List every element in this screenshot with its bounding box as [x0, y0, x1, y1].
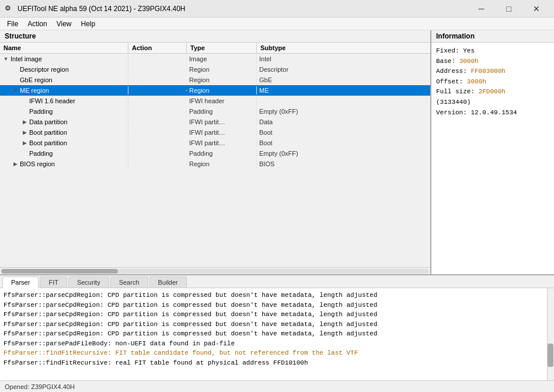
tab-fit[interactable]: FIT [40, 276, 67, 288]
tree-row[interactable]: Padding Padding Empty (0xFF) [0, 148, 430, 159]
tree-item-label: Intel image [11, 55, 42, 62]
horizontal-scrollbar[interactable] [0, 267, 430, 274]
tree-cell-type: Region [187, 86, 257, 94]
top-section: Structure Name Action Type Subtype ▼ Int… [0, 30, 554, 275]
tree-cell-type: Region [187, 65, 257, 74]
log-line: FfsParser::findFitRecursive: FIT table c… [4, 348, 550, 358]
log-line: FfsParser::parseCpdRegion: CPD partition… [4, 320, 550, 330]
log-scrollbar-thumb[interactable] [548, 344, 553, 367]
info-line: Base: 3000h [436, 57, 549, 67]
tree-row[interactable]: ▶ BIOS region Region BIOS [0, 159, 430, 169]
tree-row[interactable]: ▶ Boot partition IFWI partit… Boot [0, 127, 430, 138]
tree-row[interactable]: ▼ ME region Region ME [0, 85, 430, 96]
tree-cell-name: GbE region [0, 76, 128, 84]
tree-cell-action [128, 79, 187, 80]
tree-cell-name: ▼ Intel image [0, 55, 128, 63]
info-content: Fixed: YesBase: 3000hAddress: FF003000hO… [431, 43, 554, 121]
menu-view[interactable]: View [52, 18, 76, 30]
expand-icon[interactable] [12, 66, 19, 73]
tree-cell-action [128, 90, 187, 91]
tab-parser[interactable]: Parser [2, 276, 39, 288]
log-line: FfsParser::parseCpdRegion: CPD partition… [4, 310, 550, 320]
tree-item-label: Data partition [29, 118, 67, 125]
expand-icon[interactable]: ▶ [21, 129, 28, 136]
tree-row[interactable]: Descriptor region Region Descriptor [0, 64, 430, 75]
maximize-button[interactable]: □ [496, 1, 522, 17]
scrollbar-thumb[interactable] [1, 269, 118, 274]
window-title: UEFITool NE alpha 59 (Oct 14 2021) - Z39… [18, 5, 185, 13]
tree-cell-name: ▼ ME region [0, 86, 128, 94]
expand-icon[interactable]: ▶ [21, 118, 28, 125]
tree-item-label: IFWI 1.6 header [29, 97, 75, 104]
info-value: Yes [463, 47, 475, 54]
info-value: (3133440) [436, 99, 471, 106]
tree-row[interactable]: ▶ Data partition IFWI partit… Data [0, 117, 430, 127]
info-value: FF003000h [471, 68, 505, 75]
info-line: Address: FF003000h [436, 66, 549, 77]
minimize-button[interactable]: ─ [468, 1, 494, 17]
tree-cell-subtype: Empty (0xFF) [257, 107, 430, 116]
expand-icon[interactable]: ▼ [2, 55, 9, 62]
tree-row[interactable]: IFWI 1.6 header IFWI header [0, 96, 430, 106]
structure-header: Name Action Type Subtype [0, 43, 430, 54]
info-line: Fixed: Yes [436, 46, 549, 57]
expand-icon[interactable] [21, 108, 28, 115]
expand-icon[interactable]: ▶ [12, 160, 19, 167]
status-bar: Opened: Z39PGIX4.40H [0, 380, 554, 392]
log-line: FfsParser::parseCpdRegion: CPD partition… [4, 329, 550, 339]
expand-icon[interactable] [21, 150, 28, 157]
structure-body[interactable]: ▼ Intel image Image Intel Descriptor reg… [0, 54, 430, 267]
tree-row[interactable]: Padding Padding Empty (0xFF) [0, 106, 430, 117]
tree-cell-action [128, 163, 187, 164]
tab-search[interactable]: Search [110, 276, 148, 288]
info-label: Address: [436, 68, 467, 75]
log-area: FfsParser::parseCpdRegion: CPD partition… [0, 288, 554, 380]
info-label: Version: [436, 109, 467, 116]
info-label: Fixed: [436, 47, 459, 54]
info-line: Version: 12.0.49.1534 [436, 108, 549, 118]
log-scrollbar[interactable] [547, 288, 554, 380]
tree-cell-subtype: Boot [257, 128, 430, 136]
tree-item-label: Boot partition [29, 129, 67, 136]
info-line: (3133440) [436, 97, 549, 108]
tree-cell-name: ▶ Data partition [0, 118, 128, 126]
title-bar: ⚙ UEFITool NE alpha 59 (Oct 14 2021) - Z… [0, 0, 554, 18]
expand-icon[interactable]: ▶ [21, 139, 28, 146]
col-header-type: Type [187, 43, 257, 53]
expand-icon[interactable]: ▼ [12, 87, 19, 94]
tree-cell-subtype: Boot [257, 139, 430, 147]
tab-security[interactable]: Security [68, 276, 109, 288]
tree-cell-action [128, 100, 187, 102]
info-label: Base: [436, 58, 455, 65]
tabs-bar: ParserFITSecuritySearchBuilder [0, 275, 554, 288]
info-line: Offset: 3000h [436, 77, 549, 88]
menu-action[interactable]: Action [23, 18, 51, 30]
col-header-name: Name [0, 43, 128, 53]
info-value: 3000h [459, 58, 479, 65]
tree-item-label: BIOS region [20, 160, 55, 167]
tree-row[interactable]: GbE region Region GbE [0, 75, 430, 85]
structure-panel-title: Structure [0, 30, 430, 43]
close-button[interactable]: ✕ [523, 1, 549, 17]
log-line: FfsParser::parsePadFileBody: non-UEFI da… [4, 339, 550, 349]
tree-cell-subtype: Intel [257, 55, 430, 63]
tree-cell-type: Padding [187, 149, 257, 158]
status-text: Opened: Z39PGIX4.40H [5, 383, 75, 390]
tree-row[interactable]: ▼ Intel image Image Intel [0, 54, 430, 64]
tree-item-label: GbE region [20, 76, 53, 83]
tree-cell-type: Image [187, 55, 257, 63]
expand-icon[interactable] [21, 97, 28, 104]
structure-panel: Structure Name Action Type Subtype ▼ Int… [0, 30, 431, 274]
menu-file[interactable]: File [2, 18, 23, 30]
tab-builder[interactable]: Builder [149, 276, 187, 288]
tree-cell-subtype: ME [257, 86, 430, 94]
tree-cell-action [128, 58, 187, 60]
tree-cell-name: IFWI 1.6 header [0, 97, 128, 105]
tree-cell-type: IFWI header [187, 97, 257, 105]
tree-cell-subtype: Empty (0xFF) [257, 149, 430, 158]
tree-row[interactable]: ▶ Boot partition IFWI partit… Boot [0, 138, 430, 148]
info-label: Offset: [436, 78, 463, 85]
menu-help[interactable]: Help [76, 18, 100, 30]
expand-icon[interactable] [12, 76, 19, 83]
tree-cell-type: Region [187, 160, 257, 168]
